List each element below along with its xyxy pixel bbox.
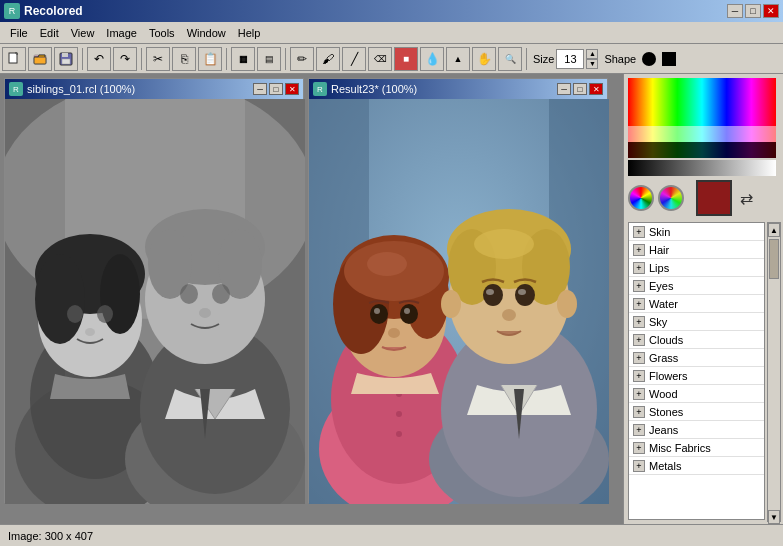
color-wheel-1[interactable] bbox=[628, 185, 654, 211]
color-wheel-2[interactable] bbox=[658, 185, 684, 211]
category-item[interactable]: +Sky bbox=[629, 313, 764, 331]
menu-view[interactable]: View bbox=[65, 25, 101, 41]
expand-icon[interactable]: + bbox=[633, 388, 645, 400]
scrollbar-down[interactable]: ▼ bbox=[768, 510, 780, 522]
shape-circle-option[interactable] bbox=[642, 52, 656, 66]
selected-color-swatch[interactable] bbox=[696, 180, 732, 216]
category-item[interactable]: +Flowers bbox=[629, 367, 764, 385]
color-min-btn[interactable]: ─ bbox=[557, 83, 571, 95]
bw-window-title-bar[interactable]: R siblings_01.rcl (100%) ─ □ ✕ bbox=[5, 79, 303, 99]
maximize-button[interactable]: □ bbox=[745, 4, 761, 18]
svg-point-43 bbox=[370, 304, 388, 324]
category-item[interactable]: +Metals bbox=[629, 457, 764, 475]
expand-icon[interactable]: + bbox=[633, 280, 645, 292]
hand-button[interactable]: ✋ bbox=[472, 47, 496, 71]
svg-point-55 bbox=[483, 284, 503, 306]
bw-close-btn[interactable]: ✕ bbox=[285, 83, 299, 95]
category-item[interactable]: +Water bbox=[629, 295, 764, 313]
view1-button[interactable]: ▦ bbox=[231, 47, 255, 71]
svg-point-42 bbox=[367, 252, 407, 276]
spectrum-dark[interactable] bbox=[628, 142, 776, 158]
shape-square-option[interactable] bbox=[662, 52, 676, 66]
menu-edit[interactable]: Edit bbox=[34, 25, 65, 41]
category-item[interactable]: +Misc Fabrics bbox=[629, 439, 764, 457]
expand-icon[interactable]: + bbox=[633, 352, 645, 364]
copy-button[interactable]: ⎘ bbox=[172, 47, 196, 71]
toolbar-sep-5 bbox=[526, 48, 527, 70]
close-button[interactable]: ✕ bbox=[763, 4, 779, 18]
category-item[interactable]: +Stones bbox=[629, 403, 764, 421]
size-spinner: ▲ ▼ bbox=[586, 49, 598, 69]
category-label: Misc Fabrics bbox=[649, 442, 711, 454]
svg-point-58 bbox=[518, 289, 526, 295]
bw-max-btn[interactable]: □ bbox=[269, 83, 283, 95]
menu-tools[interactable]: Tools bbox=[143, 25, 181, 41]
expand-icon[interactable]: + bbox=[633, 244, 645, 256]
size-down[interactable]: ▼ bbox=[586, 59, 598, 69]
expand-icon[interactable]: + bbox=[633, 442, 645, 454]
category-label: Water bbox=[649, 298, 678, 310]
pencil-button[interactable]: ✏ bbox=[290, 47, 314, 71]
spectrum-light[interactable] bbox=[628, 126, 776, 142]
menu-file[interactable]: File bbox=[4, 25, 34, 41]
redo-button[interactable]: ↷ bbox=[113, 47, 137, 71]
scrollbar-thumb[interactable] bbox=[769, 239, 779, 279]
svg-point-45 bbox=[374, 308, 380, 314]
title-bar: R Recolored ─ □ ✕ bbox=[0, 0, 783, 22]
expand-icon[interactable]: + bbox=[633, 334, 645, 346]
category-item[interactable]: +Jeans bbox=[629, 421, 764, 439]
minimize-button[interactable]: ─ bbox=[727, 4, 743, 18]
category-label: Metals bbox=[649, 460, 681, 472]
svg-point-35 bbox=[396, 411, 402, 417]
category-label: Stones bbox=[649, 406, 683, 418]
brush-button[interactable]: 🖌 bbox=[316, 47, 340, 71]
color-pick-button[interactable]: ■ bbox=[394, 47, 418, 71]
expand-icon[interactable]: + bbox=[633, 298, 645, 310]
category-item[interactable]: +Skin bbox=[629, 223, 764, 241]
cut-button[interactable]: ✂ bbox=[146, 47, 170, 71]
expand-icon[interactable]: + bbox=[633, 424, 645, 436]
bw-canvas[interactable] bbox=[5, 99, 305, 504]
zoom-button[interactable]: 🔍 bbox=[498, 47, 522, 71]
expand-icon[interactable]: + bbox=[633, 262, 645, 274]
menu-help[interactable]: Help bbox=[232, 25, 267, 41]
swap-icon[interactable]: ⇄ bbox=[740, 189, 753, 208]
category-item[interactable]: +Eyes bbox=[629, 277, 764, 295]
expand-icon[interactable]: + bbox=[633, 460, 645, 472]
spectrum-hue[interactable] bbox=[628, 78, 776, 126]
category-item[interactable]: +Lips bbox=[629, 259, 764, 277]
category-item[interactable]: +Clouds bbox=[629, 331, 764, 349]
size-input[interactable] bbox=[556, 49, 584, 69]
category-item[interactable]: +Wood bbox=[629, 385, 764, 403]
eraser-button[interactable]: ⌫ bbox=[368, 47, 392, 71]
color-spectrum[interactable] bbox=[628, 78, 776, 158]
expand-icon[interactable]: + bbox=[633, 226, 645, 238]
line-button[interactable]: ╱ bbox=[342, 47, 366, 71]
menu-window[interactable]: Window bbox=[181, 25, 232, 41]
scrollbar-up[interactable]: ▲ bbox=[768, 223, 780, 237]
expand-icon[interactable]: + bbox=[633, 316, 645, 328]
paste-button[interactable]: 📋 bbox=[198, 47, 222, 71]
eyedropper-button[interactable]: 💧 bbox=[420, 47, 444, 71]
bw-min-btn[interactable]: ─ bbox=[253, 83, 267, 95]
size-up[interactable]: ▲ bbox=[586, 49, 598, 59]
undo-button[interactable]: ↶ bbox=[87, 47, 111, 71]
new-button[interactable] bbox=[2, 47, 26, 71]
expand-icon[interactable]: + bbox=[633, 370, 645, 382]
category-item[interactable]: +Grass bbox=[629, 349, 764, 367]
menu-image[interactable]: Image bbox=[100, 25, 143, 41]
expand-icon[interactable]: + bbox=[633, 406, 645, 418]
svg-point-61 bbox=[557, 290, 577, 318]
color-window-title-bar[interactable]: R Result23* (100%) ─ □ ✕ bbox=[309, 79, 607, 99]
open-button[interactable] bbox=[28, 47, 52, 71]
grey-gradient-bar[interactable] bbox=[628, 160, 776, 176]
color-close-btn[interactable]: ✕ bbox=[589, 83, 603, 95]
toolbar-sep-3 bbox=[226, 48, 227, 70]
color-canvas[interactable] bbox=[309, 99, 609, 504]
view2-button[interactable]: ▤ bbox=[257, 47, 281, 71]
fill-button[interactable]: ▲ bbox=[446, 47, 470, 71]
save-button[interactable] bbox=[54, 47, 78, 71]
color-max-btn[interactable]: □ bbox=[573, 83, 587, 95]
status-text: Image: 300 x 407 bbox=[8, 530, 93, 542]
category-item[interactable]: +Hair bbox=[629, 241, 764, 259]
